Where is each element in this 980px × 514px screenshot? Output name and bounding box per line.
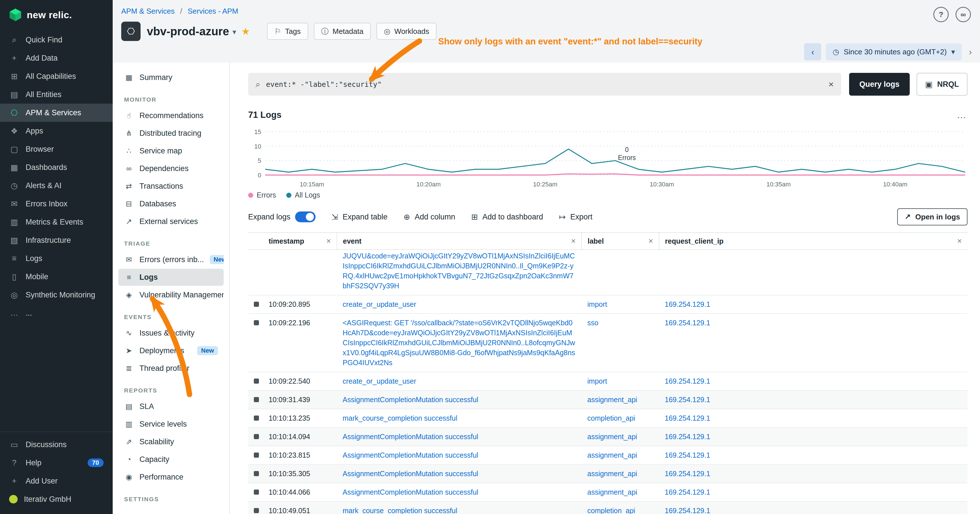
- expand-table-button[interactable]: ⇲Expand table: [331, 212, 388, 222]
- row-marker[interactable]: [254, 490, 259, 495]
- label-link[interactable]: assignment_api: [587, 396, 637, 404]
- sidebar-item-discussions[interactable]: ▭Discussions: [0, 436, 113, 454]
- label-link[interactable]: import: [587, 377, 607, 385]
- sidebar-item-metrics-events[interactable]: ▥Metrics & Events: [0, 213, 113, 231]
- event-link[interactable]: AssignmentCompletionMutation successful: [343, 396, 478, 404]
- subnav-item-vulnerability-management[interactable]: ◈Vulnerability Management: [118, 286, 224, 303]
- subnav-item-scalability[interactable]: ⇗Scalability: [118, 433, 224, 450]
- export-button[interactable]: ↦Export: [559, 212, 592, 222]
- subnav-item-summary[interactable]: ▦Summary: [118, 69, 224, 86]
- sidebar-item-more[interactable]: …...: [0, 304, 113, 322]
- sidebar-item-add-user[interactable]: +Add User: [0, 472, 113, 490]
- sidebar-item-iterativ-gmbh[interactable]: Iterativ GmbH: [0, 490, 113, 508]
- event-link[interactable]: create_or_update_user: [343, 300, 416, 308]
- column-header-label[interactable]: label×: [582, 232, 659, 250]
- time-back-button[interactable]: ‹: [804, 43, 821, 60]
- event-link[interactable]: mark_course_completion successful: [343, 507, 457, 514]
- label-link[interactable]: sso: [587, 319, 598, 327]
- subnav-item-external-services[interactable]: ↗External services: [118, 213, 224, 230]
- sidebar-item-errors-inbox[interactable]: ✉Errors Inbox: [0, 195, 113, 213]
- tags-button[interactable]: ⚐Tags: [267, 23, 308, 40]
- label-link[interactable]: completion_api: [587, 414, 635, 422]
- row-marker[interactable]: [254, 397, 259, 402]
- sidebar-item-browser[interactable]: ▢Browser: [0, 140, 113, 158]
- subnav-item-deployments[interactable]: ➤DeploymentsNew: [118, 342, 224, 359]
- subnav-item-errors-errors-inb[interactable]: ✉Errors (errors inb...New: [118, 251, 224, 268]
- row-marker[interactable]: [254, 434, 259, 439]
- ip-link[interactable]: 169.254.129.1: [665, 377, 710, 385]
- subnav-item-logs[interactable]: ≡Logs: [118, 269, 224, 286]
- remove-column-icon[interactable]: ×: [649, 237, 653, 246]
- label-link[interactable]: assignment_api: [587, 433, 637, 441]
- subnav-item-service-levels[interactable]: ▥Service levels: [118, 415, 224, 433]
- label-link[interactable]: import: [587, 300, 607, 308]
- row-marker[interactable]: [254, 452, 259, 458]
- ip-link[interactable]: 169.254.129.1: [665, 488, 710, 496]
- breadcrumb-link-services-apm[interactable]: Services - APM: [188, 7, 239, 15]
- event-link[interactable]: AssignmentCompletionMutation successful: [343, 469, 478, 477]
- remove-column-icon[interactable]: ×: [326, 237, 331, 246]
- ip-link[interactable]: 169.254.129.1: [665, 396, 710, 404]
- subnav-item-thread-profiler[interactable]: ≣Thread profiler: [118, 360, 224, 377]
- sidebar-item-synthetic-monitoring[interactable]: ◎Synthetic Monitoring: [0, 286, 113, 304]
- ip-link[interactable]: 169.254.129.1: [665, 469, 710, 477]
- add-to-dashboard-button[interactable]: ⊞Add to dashboard: [471, 212, 543, 222]
- column-header-timestamp[interactable]: timestamp×: [263, 232, 337, 250]
- subnav-item-service-map[interactable]: ∴Service map: [118, 142, 224, 159]
- entity-switcher-chevron-icon[interactable]: ▾: [232, 28, 236, 37]
- subnav-item-distributed-tracing[interactable]: ⋔Distributed tracing: [118, 125, 224, 142]
- time-picker[interactable]: ◷ Since 30 minutes ago (GMT+2) ▾: [826, 43, 962, 60]
- legend-all-logs[interactable]: All Logs: [286, 191, 320, 199]
- row-marker[interactable]: [254, 471, 259, 476]
- sidebar-item-all-entities[interactable]: ▤All Entities: [0, 85, 113, 103]
- ip-link[interactable]: 169.254.129.1: [665, 319, 710, 327]
- toggle-on-icon[interactable]: [295, 212, 315, 222]
- expand-logs-toggle[interactable]: Expand logs: [248, 212, 315, 222]
- log-query-bar[interactable]: ⌕ ×: [248, 73, 841, 95]
- add-column-button[interactable]: ⊕Add column: [404, 212, 455, 222]
- ip-link[interactable]: 169.254.129.1: [665, 414, 710, 422]
- label-link[interactable]: assignment_api: [587, 488, 637, 496]
- more-options-icon[interactable]: …: [957, 109, 967, 120]
- ip-link[interactable]: 169.254.129.1: [665, 451, 710, 459]
- open-in-logs-button[interactable]: ↗Open in logs: [897, 208, 967, 225]
- subnav-item-capacity[interactable]: ◔Capacity: [118, 451, 224, 468]
- ip-link[interactable]: 169.254.129.1: [665, 300, 710, 308]
- log-query-input[interactable]: [266, 80, 822, 89]
- subnav-item-transactions[interactable]: ⇄Transactions: [118, 178, 224, 195]
- subnav-item-databases[interactable]: ⊟Databases: [118, 195, 224, 212]
- subnav-item-recommendations[interactable]: ☝Recommendations: [118, 107, 224, 124]
- remove-column-icon[interactable]: ×: [571, 237, 576, 246]
- time-forward-button[interactable]: ›: [966, 43, 974, 60]
- ip-link[interactable]: 169.254.129.1: [665, 433, 710, 441]
- row-marker[interactable]: [254, 302, 259, 307]
- row-marker[interactable]: [254, 415, 259, 421]
- clear-query-icon[interactable]: ×: [828, 79, 834, 90]
- sidebar-item-help[interactable]: ?Help70: [0, 454, 113, 472]
- event-link[interactable]: AssignmentCompletionMutation successful: [343, 451, 478, 459]
- favorite-star-icon[interactable]: ★: [241, 25, 250, 37]
- event-link[interactable]: AssignmentCompletionMutation successful: [343, 488, 478, 496]
- row-marker[interactable]: [254, 320, 259, 325]
- subnav-item-dependencies[interactable]: ∞Dependencies: [118, 160, 224, 177]
- nrql-button[interactable]: ▣NRQL: [916, 73, 967, 95]
- sidebar-item-logs[interactable]: ≡Logs: [0, 249, 113, 267]
- permalink-icon[interactable]: ∞: [956, 7, 971, 22]
- remove-column-icon[interactable]: ×: [957, 237, 962, 246]
- legend-errors[interactable]: Errors: [248, 191, 276, 199]
- label-link[interactable]: assignment_api: [587, 469, 637, 477]
- sidebar-item-apps[interactable]: ❖Apps: [0, 122, 113, 140]
- sidebar-item-quick-find[interactable]: ⌕Quick Find: [0, 31, 113, 49]
- label-link[interactable]: completion_api: [587, 507, 635, 514]
- column-header-event[interactable]: event×: [337, 232, 582, 250]
- event-link[interactable]: create_or_update_user: [343, 377, 416, 385]
- event-link[interactable]: AssignmentCompletionMutation successful: [343, 433, 478, 441]
- subnav-item-sla[interactable]: ▤SLA: [118, 398, 224, 415]
- row-marker[interactable]: [254, 508, 259, 513]
- row-marker[interactable]: [254, 379, 259, 384]
- sidebar-item-all-capabilities[interactable]: ⊞All Capabilities: [0, 67, 113, 85]
- new-relic-logo[interactable]: new relic.: [0, 0, 113, 31]
- column-header-request-client-ip[interactable]: request_client_ip×: [659, 232, 967, 250]
- event-link[interactable]: mark_course_completion successful: [343, 414, 457, 422]
- ip-link[interactable]: 169.254.129.1: [665, 507, 710, 514]
